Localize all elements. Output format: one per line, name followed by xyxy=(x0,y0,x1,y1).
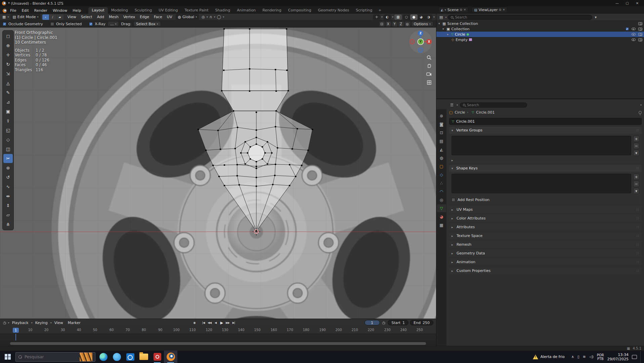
taskbar-outlook-icon[interactable] xyxy=(124,351,137,363)
menu-render[interactable]: Render xyxy=(32,7,50,14)
more-options-dropdown[interactable]: ... ▾ xyxy=(108,21,119,27)
outliner-row-collection[interactable]: ▾ ▣ Collection ✓ xyxy=(436,26,644,32)
tool-rotate[interactable]: ↻ xyxy=(3,60,13,69)
menu-view[interactable]: View xyxy=(66,14,78,20)
add-rest-position-checkbox[interactable] xyxy=(452,198,455,202)
section-animation[interactable]: ▸ Animation ∷ xyxy=(449,258,642,266)
ortho-grid-icon[interactable] xyxy=(425,79,433,86)
camera-icon[interactable] xyxy=(638,28,642,31)
tab-view-layer[interactable]: ▤ xyxy=(437,137,446,145)
axis-y-button[interactable]: Y xyxy=(392,22,397,27)
section-texture-space[interactable]: ▸ Texture Space ∷ xyxy=(449,232,642,239)
frame-start-field[interactable]: Start 1 xyxy=(388,320,409,325)
drag-mode-dropdown[interactable]: Select Box ▾ xyxy=(133,21,161,27)
battery-icon[interactable]: ▯ xyxy=(577,355,579,359)
drag-grip-icon[interactable]: ∷ xyxy=(637,225,639,229)
weather-alert-button[interactable]: ! Alerta de frio xyxy=(529,351,568,363)
start-button[interactable] xyxy=(1,351,14,363)
snap-options-icon[interactable]: ◎ xyxy=(405,22,410,27)
menu-marker[interactable]: Marker xyxy=(66,320,83,326)
axis-z-button[interactable]: Z xyxy=(398,22,404,27)
menu-file[interactable]: File xyxy=(7,7,19,14)
editor-type-icon[interactable]: ☰ xyxy=(449,103,455,107)
proportional-editing-icon[interactable]: ◯ xyxy=(216,15,222,19)
tab-material[interactable]: ◕ xyxy=(437,213,446,220)
tab-object-data[interactable]: ▽ xyxy=(437,204,446,212)
copy-scene-icon[interactable]: ⧉ xyxy=(460,8,462,12)
drag-grip-icon[interactable]: ∷ xyxy=(637,234,639,238)
tab-texture-paint[interactable]: Texture Paint xyxy=(181,7,212,14)
tab-object[interactable]: ▢ xyxy=(437,162,446,170)
menu-keying[interactable]: Keying xyxy=(33,320,50,326)
drag-grip-icon[interactable]: ∷ xyxy=(637,243,639,246)
outliner-search-input[interactable] xyxy=(455,15,589,19)
timeline-ruler[interactable]: 10 20 30 40 50 60 70 80 90 100 110 120 1… xyxy=(0,326,436,334)
tab-compositing[interactable]: Compositing xyxy=(285,7,315,14)
outliner-row-circle[interactable]: ▸ ▽ Circle xyxy=(436,32,644,37)
scene-selector[interactable]: ◭ ▾ Scene ⧉ ✕ xyxy=(438,7,468,13)
section-uv-maps[interactable]: ▸ UV Maps ∷ xyxy=(449,206,642,213)
tool-extrude-region[interactable]: ⇪ xyxy=(3,116,13,125)
tool-annotate[interactable]: ✎ xyxy=(3,88,13,97)
remove-shape-key-button[interactable]: − xyxy=(633,181,639,187)
tab-modeling[interactable]: Modeling xyxy=(108,7,131,14)
options-dropdown[interactable]: Options ▾ xyxy=(411,21,433,27)
menu-window[interactable]: Window xyxy=(50,7,70,14)
section-remesh[interactable]: ▸ Remesh ∷ xyxy=(449,241,642,248)
gizmo-x-label[interactable]: X xyxy=(428,40,430,43)
tool-transform[interactable]: ◬ xyxy=(3,79,13,88)
properties-search[interactable] xyxy=(460,103,527,108)
tab-world[interactable]: ◍ xyxy=(437,154,446,162)
current-frame-indicator[interactable]: 1 xyxy=(13,328,19,333)
tab-geometry-nodes[interactable]: Geometry Nodes xyxy=(314,7,352,14)
editor-type-icon[interactable]: ▦ xyxy=(1,15,7,19)
auto-keying-icon[interactable]: ◉ xyxy=(191,320,197,325)
editor-type-icon[interactable]: ◷ xyxy=(2,321,7,325)
show-gizmo-icon[interactable]: ✛ xyxy=(373,14,380,20)
menu-uv[interactable]: UV xyxy=(165,14,174,20)
taskbar-browser-icon[interactable] xyxy=(110,351,124,363)
section-color-attributes[interactable]: ▸ Color Attributes ∷ xyxy=(449,215,642,222)
drag-grip-icon[interactable]: ∷ xyxy=(637,251,639,255)
section-geometry-data[interactable]: ▸ Geometry Data ∷ xyxy=(449,250,642,257)
eye-icon[interactable] xyxy=(632,38,636,41)
snap-magnet-icon[interactable]: ∩ xyxy=(209,15,213,19)
drag-grip-icon[interactable]: ∷ xyxy=(637,208,639,211)
breadcrumb-data[interactable]: Circle.001 xyxy=(476,110,495,115)
menu-add[interactable]: Add xyxy=(95,14,106,20)
tool-poly-build[interactable]: ⊛ xyxy=(3,163,13,172)
3d-viewport[interactable]: ◻ ⊕ ✛ ↻ ⇲ ◬ ✎ ⊿ ▣ ⇪ ◱ ◇ ◫ ✂ ⊛ ↺ ∿ ⇹ ⇕ ▱ … xyxy=(0,28,436,319)
tab-texture[interactable]: ▦ xyxy=(437,221,446,229)
menu-face[interactable]: Face xyxy=(152,14,164,20)
show-desktop-button[interactable] xyxy=(640,351,642,363)
tool-cursor[interactable]: ⊕ xyxy=(3,41,13,50)
vertex-groups-list[interactable] xyxy=(452,136,631,155)
drag-grip-icon[interactable]: ∷ xyxy=(637,216,639,220)
drag-grip-icon[interactable]: ∷ xyxy=(637,269,639,273)
timeline-scrollbar[interactable] xyxy=(0,340,436,346)
maximize-button[interactable]: ▢ xyxy=(622,1,632,5)
tab-tool[interactable]: ⊛ xyxy=(437,112,446,120)
tab-physics[interactable]: ◠ xyxy=(437,188,446,195)
show-overlays-icon[interactable]: ◐ xyxy=(384,14,391,20)
vertex-group-specials-icon[interactable]: ▾ xyxy=(633,150,639,156)
shading-rendered-icon[interactable]: ◑ xyxy=(425,14,432,20)
next-keyframe-button[interactable]: ▶▶ xyxy=(225,320,230,325)
minimize-button[interactable]: — xyxy=(612,1,622,5)
menu-vertex[interactable]: Vertex xyxy=(121,14,137,20)
face-select-button[interactable]: ▰ xyxy=(56,14,63,20)
tab-modifiers[interactable]: ◇ xyxy=(437,171,446,178)
only-selected-checkbox[interactable] xyxy=(50,22,54,26)
prev-keyframe-button[interactable]: ◀◀ xyxy=(207,320,212,325)
gizmo-y-label[interactable]: Y xyxy=(419,40,422,43)
expand-icon[interactable]: ▾ xyxy=(442,27,445,31)
section-shape-keys[interactable]: ▾ Shape Keys ∷ xyxy=(449,165,642,172)
pivot-point-icon[interactable]: ◎ xyxy=(201,15,206,19)
tool-move[interactable]: ✛ xyxy=(3,50,13,59)
jump-to-start-button[interactable]: |◀ xyxy=(201,320,206,325)
occlude-geometry-checkbox[interactable]: ✓ xyxy=(3,22,6,26)
view-layer-selector[interactable]: ▤ ViewLayer ⧉ ✕ xyxy=(472,7,507,13)
tab-render[interactable]: ◙ xyxy=(437,120,446,128)
tray-expand-icon[interactable]: ∧ xyxy=(571,355,574,359)
tool-bevel[interactable]: ◇ xyxy=(3,135,13,144)
